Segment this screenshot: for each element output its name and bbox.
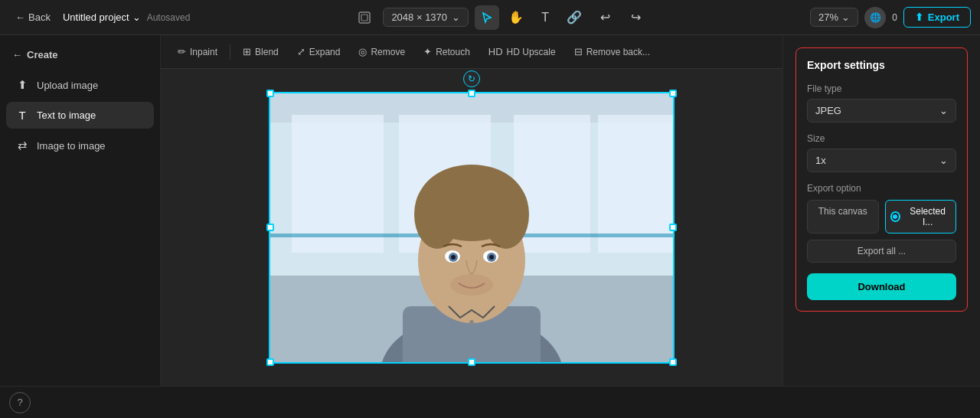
sidebar-item-text-to-image[interactable]: T Text to image <box>6 102 154 129</box>
svg-point-21 <box>451 255 456 260</box>
text-tool-button[interactable]: T <box>533 5 557 30</box>
back-label: Back <box>28 11 51 23</box>
svg-point-23 <box>450 274 493 296</box>
canvas-image <box>269 92 675 364</box>
link-tool-button[interactable]: 🔗 <box>562 5 586 30</box>
notification-badge: 0 <box>892 12 897 23</box>
file-type-value: JPEG <box>815 105 841 116</box>
export-button[interactable]: ⬆ Export <box>903 7 971 28</box>
remove-icon: ◎ <box>358 46 367 57</box>
blend-button[interactable]: ⊞ Blend <box>235 42 286 61</box>
selected-button[interactable]: Selected I... <box>885 200 957 233</box>
export-panel-title: Export settings <box>807 59 956 71</box>
size-select[interactable]: 1x ⌄ <box>807 149 956 172</box>
export-option-section: Export option This canvas Selected I... … <box>807 183 956 263</box>
help-button[interactable]: ? <box>9 392 31 413</box>
sidebar-item-upload-image[interactable]: ⬆ Upload image <box>6 71 154 99</box>
canvas-size-text: 2048 × 1370 <box>391 11 447 23</box>
inpaint-button[interactable]: ✏ Inpaint <box>170 42 225 61</box>
export-label: Export <box>928 11 959 23</box>
blend-icon: ⊞ <box>243 46 251 57</box>
project-name[interactable]: Untitled project ⌄ <box>63 11 141 23</box>
remove-label: Remove <box>371 47 405 57</box>
back-button[interactable]: ← Back <box>9 8 57 26</box>
hand-tool-button[interactable]: ✋ <box>504 5 528 30</box>
remove-button[interactable]: ◎ Remove <box>351 42 413 61</box>
inpaint-label: Inpaint <box>190 47 217 57</box>
bottom-bar: ? <box>0 386 980 418</box>
export-option-row: This canvas Selected I... <box>807 200 956 233</box>
this-canvas-label: This canvas <box>818 206 867 217</box>
radio-selected-icon <box>890 211 901 222</box>
upload-icon: ⬆ <box>15 78 29 92</box>
layer-icon <box>352 5 377 30</box>
size-group: Size 1x ⌄ <box>807 133 956 172</box>
svg-point-16 <box>483 180 529 249</box>
hd-upscale-button[interactable]: HD HD Upscale <box>481 42 564 61</box>
size-value: 1x <box>815 155 826 166</box>
svg-rect-7 <box>598 115 675 253</box>
remove-bg-button[interactable]: ⊟ Remove back... <box>567 42 658 61</box>
remove-bg-icon: ⊟ <box>574 46 583 57</box>
download-button[interactable]: Download <box>807 273 956 300</box>
svg-point-15 <box>414 180 460 249</box>
sidebar-header: ← Create <box>6 44 154 68</box>
expand-button[interactable]: ⤢ Expand <box>289 42 348 61</box>
canvas-area: ✏ Inpaint ⊞ Blend ⤢ Expand ◎ Remove ✦ Re… <box>161 35 782 386</box>
chevron-down-icon: ⌄ <box>939 155 948 166</box>
expand-icon: ⤢ <box>297 46 305 57</box>
svg-rect-0 <box>359 12 370 23</box>
sidebar: ← Create ⬆ Upload image T Text to image … <box>0 35 161 386</box>
rotate-handle[interactable]: ↻ <box>463 70 480 87</box>
export-panel-inner: Export settings File type JPEG ⌄ Size 1x… <box>795 47 968 312</box>
question-mark-icon: ? <box>17 397 22 408</box>
topbar-left: ← Back Untitled project ⌄ Autosaved <box>9 8 190 26</box>
file-type-group: File type JPEG ⌄ <box>807 83 956 122</box>
canvas-size-button[interactable]: 2048 × 1370 ⌄ <box>383 8 469 27</box>
retouch-button[interactable]: ✦ Retouch <box>416 42 478 61</box>
svg-rect-24 <box>469 320 474 325</box>
user-count: 0 <box>892 12 897 23</box>
redo-button[interactable]: ↪ <box>623 5 648 30</box>
topbar-right: 27% ⌄ 🌐 0 ⬆ Export <box>810 7 971 28</box>
project-name-text: Untitled project <box>63 11 129 23</box>
image-container[interactable]: ↻ <box>269 92 675 364</box>
export-icon: ⬆ <box>915 11 923 23</box>
zoom-button[interactable]: 27% ⌄ <box>810 8 858 27</box>
canvas-content[interactable]: ↻ <box>161 69 782 386</box>
sidebar-header-label: Create <box>27 49 57 60</box>
text-icon: T <box>15 109 29 122</box>
tool-group: ✋ T 🔗 <box>475 5 586 30</box>
select-tool-button[interactable] <box>475 5 499 30</box>
hd-label: HD Upscale <box>507 47 556 57</box>
export-panel: Export settings File type JPEG ⌄ Size 1x… <box>782 35 980 386</box>
sidebar-upload-label: Upload image <box>37 80 98 91</box>
remove-bg-label: Remove back... <box>586 47 650 57</box>
export-option-label: Export option <box>807 183 956 194</box>
chevron-down-icon: ⌄ <box>132 11 141 23</box>
size-label: Size <box>807 133 956 144</box>
file-type-select[interactable]: JPEG ⌄ <box>807 99 956 122</box>
hd-icon: HD <box>488 46 503 57</box>
zoom-level-text: 27% <box>818 11 838 23</box>
sidebar-image-label: Image to image <box>37 140 106 152</box>
retouch-icon: ✦ <box>423 46 432 57</box>
back-arrow-icon: ← <box>15 11 25 23</box>
export-all-button[interactable]: Export all ... <box>807 240 956 263</box>
inpaint-icon: ✏ <box>178 46 186 57</box>
swap-icon: ⇄ <box>15 139 29 152</box>
this-canvas-button[interactable]: This canvas <box>807 200 879 233</box>
autosaved-label: Autosaved <box>147 12 191 23</box>
svg-rect-1 <box>361 15 368 21</box>
svg-point-22 <box>489 255 494 260</box>
chevron-down-icon: ⌄ <box>452 11 460 23</box>
create-arrow-icon: ← <box>12 49 22 60</box>
blend-label: Blend <box>255 47 279 57</box>
user-icon-button[interactable]: 🌐 <box>864 7 886 28</box>
main-area: ← Create ⬆ Upload image T Text to image … <box>0 35 980 386</box>
sidebar-item-image-to-image[interactable]: ⇄ Image to image <box>6 132 154 159</box>
undo-button[interactable]: ↩ <box>593 5 617 30</box>
selected-label: Selected I... <box>904 206 951 227</box>
toolbar-divider <box>230 44 230 60</box>
svg-rect-4 <box>292 115 384 253</box>
